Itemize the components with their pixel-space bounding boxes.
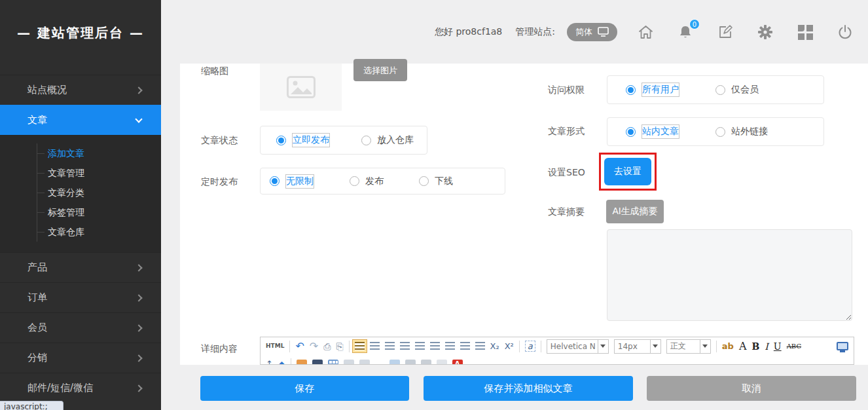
radio-option-external-link[interactable]: 站外链接 <box>715 126 768 138</box>
sidebar-item-label: 产品 <box>27 261 47 274</box>
insert-image-icon[interactable] <box>297 360 307 365</box>
indent-decrease-icon[interactable] <box>475 342 485 350</box>
sidebar-subitem-article-manage[interactable]: 文章管理 <box>37 163 161 183</box>
radio-option-internal-article[interactable]: 站内文章 <box>626 124 679 139</box>
seo-setup-button[interactable]: 去设置 <box>604 158 651 185</box>
language-site-pill[interactable]: 简体 <box>567 23 617 41</box>
article-status-group: 立即发布 放入仓库 <box>260 126 427 155</box>
red-annotation-box: 去设置 <box>599 153 657 191</box>
html-source-icon[interactable]: HTML <box>266 343 284 349</box>
apps-grid-icon[interactable] <box>797 24 814 41</box>
redo-icon[interactable]: ↷ <box>310 341 318 352</box>
chevron-right-icon <box>135 324 142 331</box>
power-icon[interactable] <box>837 24 854 41</box>
font-color-icon[interactable]: A <box>739 341 747 352</box>
align-center-icon[interactable] <box>370 342 380 350</box>
radio-option-all-users[interactable]: 所有用户 <box>626 83 679 97</box>
sidebar-item-mail-sms-wechat[interactable]: 邮件/短信/微信 <box>0 373 161 403</box>
language-label: 简体 <box>575 26 592 38</box>
radio-label: 发布 <box>365 176 384 187</box>
line-height-icon[interactable]: ↕ <box>266 360 273 365</box>
fullscreen-icon[interactable] <box>837 342 848 350</box>
paste-icon[interactable]: ⎘ <box>336 342 343 351</box>
summary-textarea[interactable] <box>607 229 852 321</box>
chevron-right-icon <box>135 86 142 94</box>
dropdown-arrow-icon <box>700 340 710 353</box>
font-family-select[interactable]: Helvetica N <box>547 339 609 354</box>
chevron-right-icon <box>135 354 142 362</box>
sidebar-item-orders[interactable]: 订单 <box>0 282 161 312</box>
radio-label: 下线 <box>435 176 453 187</box>
app-logo: — 建站管理后台 — <box>0 0 161 65</box>
article-status-label: 文章状态 <box>201 135 238 147</box>
sidebar-item-distribution[interactable]: 分销 <box>0 343 161 373</box>
paragraph-format-select[interactable]: 正文 <box>666 339 711 354</box>
notification-badge: 0 <box>689 19 700 29</box>
sidebar-item-articles[interactable]: 文章 <box>0 105 161 135</box>
scheduled-publish-group: 无限制 发布 下线 <box>260 168 505 195</box>
edit-icon[interactable] <box>717 24 734 41</box>
radio-unselected-icon <box>350 176 359 186</box>
unlink-icon[interactable] <box>437 360 447 365</box>
save-and-add-similar-button[interactable]: 保存并添加相似文章 <box>424 376 633 401</box>
font-size-select[interactable]: 14px <box>614 339 661 354</box>
bold-icon[interactable]: B <box>751 342 759 351</box>
article-form-card: 缩略图 选择图片 文章状态 立即发布 放入仓库 定时发布 <box>180 64 868 365</box>
align-justify-icon[interactable] <box>400 342 410 350</box>
insert-table-icon[interactable] <box>328 360 338 365</box>
page-break-icon[interactable] <box>359 360 370 365</box>
sidebar-subitem-add-article[interactable]: 添加文章 <box>37 143 161 163</box>
italic-icon[interactable]: I <box>765 342 769 351</box>
ai-generate-summary-button[interactable]: AI生成摘要 <box>606 200 664 223</box>
insert-map-icon[interactable] <box>389 360 400 365</box>
sidebar-subitem-tag-manage[interactable]: 标签管理 <box>37 202 161 222</box>
save-button[interactable]: 保存 <box>200 376 409 401</box>
ordered-list-icon[interactable] <box>415 342 425 350</box>
highlight-color-icon[interactable]: ab <box>722 342 734 350</box>
radio-option-members-only[interactable]: 仅会员 <box>715 84 759 96</box>
paragraph-spacing-icon[interactable] <box>445 342 455 350</box>
print-icon[interactable]: ⎙ <box>323 342 331 351</box>
cancel-button[interactable]: 取消 <box>647 376 856 401</box>
radio-label: 放入仓库 <box>377 134 414 146</box>
notification-bell-icon[interactable]: 0 <box>677 24 694 41</box>
radio-option-no-limit[interactable]: 无限制 <box>270 174 314 189</box>
format-eraser-icon[interactable]: ◆ <box>278 360 285 365</box>
choose-image-button[interactable]: 选择图片 <box>353 59 407 81</box>
template-icon[interactable] <box>344 360 354 365</box>
sidebar-item-site-overview[interactable]: 站点概况 <box>0 75 161 105</box>
indent-increase-icon[interactable] <box>460 342 470 350</box>
insert-video-icon[interactable] <box>312 360 323 365</box>
horizontal-rule-icon[interactable]: — <box>375 360 384 365</box>
home-icon[interactable] <box>637 24 654 41</box>
radio-option-publish-time[interactable]: 发布 <box>350 176 384 187</box>
sidebar-item-label: 站点概况 <box>27 84 67 96</box>
align-left-icon[interactable] <box>355 342 365 350</box>
radio-option-offline-time[interactable]: 下线 <box>419 176 453 187</box>
sidebar-item-products[interactable]: 产品 <box>0 252 161 282</box>
radio-unselected-icon <box>715 85 725 95</box>
settings-gear-icon[interactable] <box>757 24 774 41</box>
superscript-icon[interactable]: X² <box>505 342 514 350</box>
subscript-icon[interactable]: X₂ <box>490 342 499 350</box>
editor-toolbar-row1: HTML ↶ ↷ ⎙ ⎘ X₂ X² a <box>261 337 854 355</box>
radio-option-publish-now[interactable]: 立即发布 <box>276 133 330 147</box>
attach-pdf-icon[interactable]: A <box>452 360 463 365</box>
unordered-list-icon[interactable] <box>430 342 440 350</box>
radio-option-to-repo[interactable]: 放入仓库 <box>361 134 414 146</box>
insert-link-icon[interactable] <box>421 360 431 365</box>
sidebar-subitem-article-category[interactable]: 文章分类 <box>37 183 161 202</box>
underline-icon[interactable]: U <box>774 342 782 351</box>
sidebar-item-members[interactable]: 会员 <box>0 312 161 343</box>
strikethrough-icon[interactable]: ABC <box>787 343 801 350</box>
manage-site-label: 管理站点: <box>515 26 555 38</box>
align-right-icon[interactable] <box>385 342 395 350</box>
anchor-point-icon[interactable] <box>405 360 416 365</box>
undo-icon[interactable]: ↶ <box>295 341 304 352</box>
sidebar-item-label: 分销 <box>27 352 47 364</box>
access-rights-group: 所有用户 仅会员 <box>607 75 824 104</box>
anchor-icon[interactable]: a <box>525 341 535 352</box>
summary-label: 文章摘要 <box>548 206 585 218</box>
scheduled-publish-label: 定时发布 <box>201 176 238 188</box>
sidebar-subitem-article-repo[interactable]: 文章仓库 <box>37 222 161 242</box>
